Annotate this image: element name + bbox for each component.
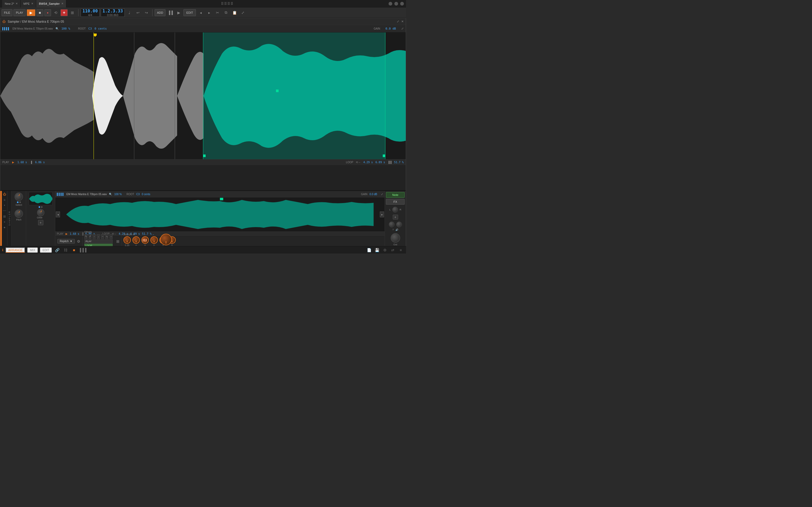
mix-tab[interactable]: MIX [27,247,38,253]
redo-button[interactable]: ↪ [143,9,150,16]
waveform-area[interactable] [0,33,406,159]
copy-button[interactable]: ⧉ [222,9,230,16]
note-button[interactable]: Note [386,192,405,198]
list-tb-icon[interactable]: ≡ [398,247,404,253]
grid-icon-2[interactable]: ⊞ [116,239,119,243]
l-knob[interactable] [392,207,398,213]
add-button[interactable]: + [60,9,68,16]
info-icon[interactable]: ℹ [2,248,3,252]
move-button[interactable]: ⤢ [239,9,247,16]
minimize-button[interactable] [389,2,392,6]
arrows-tb-icon[interactable]: ⇄ [390,247,396,253]
wave-btn[interactable]: ∿ [105,234,108,239]
tab-new2[interactable]: New 2* ✕ [2,0,20,7]
pan-knob[interactable] [389,222,395,227]
save-tb-icon[interactable]: 💾 [374,247,380,253]
stop-button[interactable]: ■ [37,9,43,16]
mid-marker[interactable] [276,90,278,92]
grid-button[interactable]: ⊞ [69,9,76,16]
settings-tb-icon[interactable]: ⚙ [382,247,388,253]
svg-rect-0 [220,198,223,200]
next-button[interactable]: ▸ [380,212,384,217]
select-knob[interactable] [14,192,23,201]
right-curve-btn[interactable]: ↱ [89,234,92,239]
vol-knob[interactable] [396,222,402,227]
tilde-btn[interactable]: ~ [101,234,104,239]
bars-button[interactable]: ▐▐ [166,9,174,16]
record-button[interactable]: ● [44,9,51,16]
h-knob[interactable]: ▌▌▌ [141,236,149,244]
sampler-mini-wave[interactable]: ◂ ▸ [55,198,385,231]
settings-icon[interactable]: ⚙ [77,239,80,243]
dn-btn[interactable]: ↓ [97,234,100,239]
close-icon[interactable]: ✕ [401,20,404,23]
out-section: Out [385,232,406,247]
star-strip-icon[interactable]: ✦ [2,225,7,230]
expand2-icon[interactable]: ⤢ [401,27,404,31]
tab-new2-label: New 2* [5,2,14,5]
dot-strip-icon[interactable]: • [2,203,7,208]
mini-expand-icon[interactable]: ⤢ [381,193,383,196]
tab-new2-close[interactable]: ✕ [15,2,18,5]
undo-button[interactable]: ↩ [134,9,142,16]
glide-knob[interactable] [37,209,44,216]
left-curve-btn[interactable]: ↰ [84,234,88,239]
link-icon[interactable]: 🔗 [54,247,60,253]
tab-mpe-label: MPE [23,2,30,5]
mini-cents-val: 0 cents [142,193,150,196]
d-knob[interactable] [150,236,158,244]
play-offset-btn[interactable]: PLAY [84,239,113,243]
lr-section-2: ? 🔊 [385,221,406,232]
close-button[interactable] [400,2,404,6]
edit-button[interactable]: EDIT [184,9,196,16]
play-button[interactable]: ▶ [27,9,36,16]
freq-knob[interactable] [123,236,131,244]
metronome-button[interactable]: ♩ [126,9,133,16]
repitch-button[interactable]: Repitch ▼ [57,239,75,243]
expand-icon[interactable]: ⤢ [397,20,399,23]
add-sampler-button[interactable]: + [393,215,398,219]
wave-strip-icon[interactable]: 〰 [2,209,7,213]
scissors-button[interactable]: ✂ [214,9,221,16]
pitch-knob[interactable] [14,209,23,218]
plus-strip-icon[interactable]: + [2,220,7,224]
add-label-button[interactable]: ADD [155,9,165,16]
tab-mpe[interactable]: MPE ✕ [20,0,36,7]
file-button[interactable]: FILE [2,9,12,16]
power-icon[interactable]: ⏻ [2,20,6,23]
chain-icon[interactable]: ⛓ [62,247,69,253]
file-tb-icon[interactable]: 📄 [366,247,372,253]
bars-icon[interactable]: ▐▐▐ [79,247,86,253]
tempo-display[interactable]: 110.00 4/4 [81,8,100,17]
speed-knob[interactable] [160,234,172,245]
maximize-button[interactable] [394,2,398,6]
dot-2 [19,202,21,203]
fx-button[interactable]: FX [386,199,405,205]
arrange-tab[interactable]: ARRANGE [6,247,25,253]
tab-bws4-close[interactable]: ✕ [61,2,63,5]
left-arrow-button[interactable]: ◂ [197,9,204,16]
tab-bws4[interactable]: BWS4_Sampler ✕ [36,0,66,7]
right-arrow-button[interactable]: ▸ [205,9,213,16]
a-knob[interactable] [133,236,140,244]
loop-start-marker[interactable] [203,155,206,157]
tab-mpe-close[interactable]: ✕ [31,2,33,5]
up-btn[interactable]: ↑ [93,234,96,239]
bars-strip-icon[interactable]: ≡ [2,198,7,202]
loop-button[interactable]: ⟲ [52,9,59,16]
out-knob[interactable] [391,233,400,243]
prev-button[interactable]: ◂ [56,212,60,217]
time-display[interactable]: 1.2.3.33 0:00.863 [101,8,125,17]
loop-end-marker[interactable] [383,155,386,157]
right-arrow-offset[interactable]: → [109,234,113,239]
edit-tab[interactable]: EDIT [40,247,52,253]
play-status-label: PLAY [2,161,9,164]
main-toolbar: FILE PLAY ▶ ■ ● ⟲ + ⊞ 110.00 4/4 1.2.3.3… [0,7,406,18]
plus-button[interactable]: + [38,220,43,225]
play-label-button[interactable]: PLAY [13,9,26,16]
play2-button[interactable]: ▶ [175,9,183,16]
square-icon[interactable]: ■ [71,247,77,253]
grid-strip-icon[interactable]: ⊞ [2,214,7,219]
paste-button[interactable]: 📋 [231,9,238,16]
power-strip-icon[interactable]: ⏻ [2,192,7,197]
